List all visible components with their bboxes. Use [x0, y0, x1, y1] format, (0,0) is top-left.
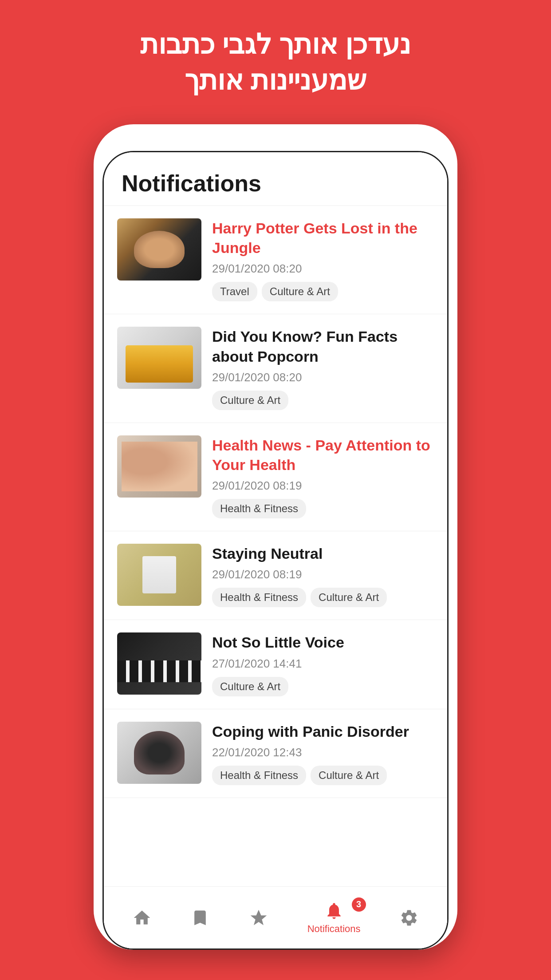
header-line2: שמעניינות אותך: [35, 63, 516, 99]
header-line1: נעדכן אותך לגבי כתבות: [35, 27, 516, 63]
news-content-2: Health News - Pay Attention to Your Heal…: [212, 435, 434, 518]
home-icon: [132, 908, 152, 928]
news-title-2: Health News - Pay Attention to Your Heal…: [212, 435, 434, 474]
nav-settings[interactable]: [390, 904, 428, 932]
nav-bookmarks[interactable]: [181, 904, 219, 932]
tag-health-&-fitness[interactable]: Health & Fitness: [212, 499, 306, 518]
news-item-1[interactable]: Did You Know? Fun Facts about Popcorn29/…: [104, 314, 447, 423]
news-image-3: [117, 544, 201, 606]
notifications-header: Notifications: [104, 152, 447, 206]
news-image-1: [117, 327, 201, 389]
tag-culture-&-art[interactable]: Culture & Art: [311, 766, 387, 785]
news-title-1: Did You Know? Fun Facts about Popcorn: [212, 327, 434, 366]
tag-travel[interactable]: Travel: [212, 282, 257, 301]
news-title-0: Harry Potter Gets Lost in the Jungle: [212, 218, 434, 257]
news-date-0: 29/01/2020 08:20: [212, 262, 434, 276]
news-list: Harry Potter Gets Lost in the Jungle29/0…: [104, 206, 447, 886]
news-date-1: 29/01/2020 08:20: [212, 371, 434, 384]
bottom-navigation: 3 Notifications: [104, 886, 447, 948]
tag-culture-&-art[interactable]: Culture & Art: [212, 391, 288, 410]
notifications-nav-label: Notifications: [307, 923, 361, 935]
news-tags-0: TravelCulture & Art: [212, 282, 434, 301]
notifications-icon: [324, 901, 344, 921]
news-item-5[interactable]: Coping with Panic Disorder22/01/2020 12:…: [104, 709, 447, 798]
settings-icon: [399, 908, 419, 928]
news-date-2: 29/01/2020 08:19: [212, 479, 434, 493]
header-banner: נעדכן אותך לגבי כתבות שמעניינות אותך: [0, 0, 551, 116]
news-content-5: Coping with Panic Disorder22/01/2020 12:…: [212, 722, 434, 785]
notification-badge: 3: [352, 897, 366, 912]
news-tags-2: Health & Fitness: [212, 499, 434, 518]
notifications-page: Notifications Harry Potter Gets Lost in …: [104, 152, 447, 948]
news-title-3: Staying Neutral: [212, 544, 434, 563]
nav-discover[interactable]: [240, 904, 277, 932]
news-date-5: 22/01/2020 12:43: [212, 746, 434, 759]
news-item-0[interactable]: Harry Potter Gets Lost in the Jungle29/0…: [104, 206, 447, 314]
bookmark-icon: [190, 908, 210, 928]
news-date-3: 29/01/2020 08:19: [212, 568, 434, 581]
news-content-4: Not So Little Voice27/01/2020 14:41Cultu…: [212, 632, 434, 696]
news-item-4[interactable]: Not So Little Voice27/01/2020 14:41Cultu…: [104, 620, 447, 709]
news-tags-1: Culture & Art: [212, 391, 434, 410]
tag-culture-&-art[interactable]: Culture & Art: [262, 282, 338, 301]
news-image-4: [117, 632, 201, 695]
phone-screen: Notifications Harry Potter Gets Lost in …: [102, 151, 449, 950]
nav-home[interactable]: [123, 904, 161, 932]
news-content-1: Did You Know? Fun Facts about Popcorn29/…: [212, 327, 434, 410]
phone-frame: Notifications Harry Potter Gets Lost in …: [94, 124, 457, 950]
tag-culture-&-art[interactable]: Culture & Art: [212, 677, 288, 696]
tag-health-&-fitness[interactable]: Health & Fitness: [212, 588, 306, 607]
news-title-5: Coping with Panic Disorder: [212, 722, 434, 741]
news-image-5: [117, 722, 201, 784]
news-content-0: Harry Potter Gets Lost in the Jungle29/0…: [212, 218, 434, 301]
news-item-2[interactable]: Health News - Pay Attention to Your Heal…: [104, 423, 447, 531]
page-title: Notifications: [122, 170, 429, 197]
news-title-4: Not So Little Voice: [212, 632, 434, 652]
tag-health-&-fitness[interactable]: Health & Fitness: [212, 766, 306, 785]
news-tags-5: Health & FitnessCulture & Art: [212, 766, 434, 785]
news-tags-4: Culture & Art: [212, 677, 434, 696]
nav-notifications[interactable]: 3 Notifications: [299, 897, 370, 939]
news-image-2: [117, 435, 201, 498]
news-date-4: 27/01/2020 14:41: [212, 657, 434, 671]
news-item-3[interactable]: Staying Neutral29/01/2020 08:19Health & …: [104, 531, 447, 620]
tag-culture-&-art[interactable]: Culture & Art: [311, 588, 387, 607]
news-image-0: [117, 218, 201, 281]
news-tags-3: Health & FitnessCulture & Art: [212, 588, 434, 607]
svg-marker-0: [251, 909, 267, 925]
news-content-3: Staying Neutral29/01/2020 08:19Health & …: [212, 544, 434, 607]
discover-icon: [249, 908, 268, 928]
